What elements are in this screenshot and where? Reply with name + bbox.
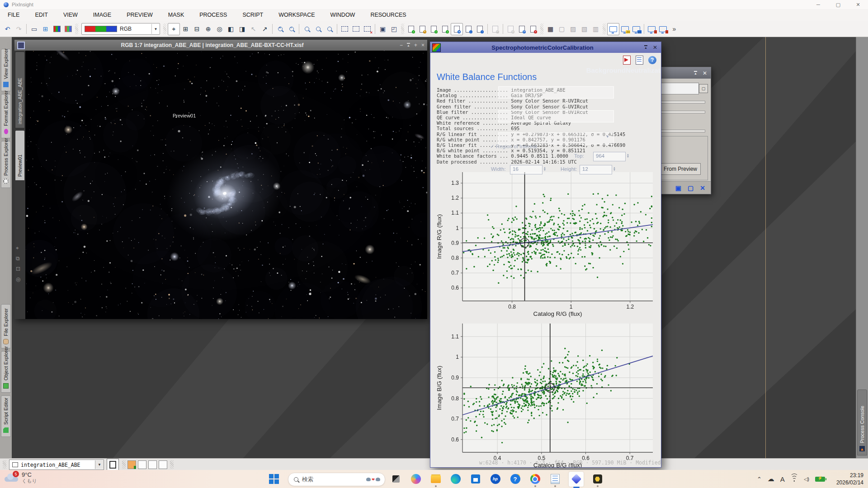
store-icon[interactable] bbox=[469, 473, 481, 485]
window-close-icon[interactable]: ✕ bbox=[848, 0, 868, 9]
clone-image-icon[interactable]: + bbox=[428, 23, 439, 35]
window-maximize-icon[interactable]: ▢ bbox=[828, 0, 848, 9]
window-minimize-icon[interactable]: ─ bbox=[808, 0, 828, 9]
bn-browse-doc-icon[interactable]: ▢ bbox=[688, 184, 693, 192]
image-minimize-icon[interactable]: − bbox=[400, 42, 403, 48]
undo-icon[interactable]: ↶ bbox=[2, 23, 13, 35]
process-abort-icon[interactable]: × bbox=[528, 23, 539, 35]
scc-close-icon[interactable]: ✕ bbox=[653, 44, 657, 51]
bn-shade-icon[interactable]: ▲ bbox=[694, 71, 697, 75]
export-file-icon[interactable]: ↑ bbox=[474, 23, 486, 35]
open-file-icon[interactable]: ● bbox=[451, 23, 463, 35]
bn-new-instance-icon[interactable]: ▣ bbox=[675, 184, 681, 192]
screen-24bit-icon[interactable]: 24 bbox=[619, 23, 631, 35]
screen-stf-icon[interactable] bbox=[607, 23, 619, 35]
image-zoom-icon[interactable]: + bbox=[414, 42, 417, 48]
process-settings-icon[interactable]: ⚙ bbox=[505, 23, 516, 35]
view-selector[interactable]: integration_ABE_ABE ▼ bbox=[9, 460, 104, 470]
readout-left-icon[interactable]: ◧ bbox=[225, 23, 236, 35]
readout-mode-icon[interactable]: ⌖ bbox=[16, 245, 20, 251]
menu-item-workspace[interactable]: WORKSPACE bbox=[271, 9, 322, 21]
sidebar-item-script-editor[interactable]: Script Editor bbox=[1, 395, 11, 437]
rgb-channels-icon[interactable] bbox=[51, 23, 62, 35]
notes-icon[interactable] bbox=[549, 473, 561, 485]
menu-item-image[interactable]: IMAGE bbox=[85, 9, 119, 21]
zoom-in-icon[interactable]: + bbox=[274, 23, 286, 35]
scc-shade-icon[interactable]: ▲ bbox=[644, 45, 647, 50]
extract-channels-icon[interactable] bbox=[62, 23, 74, 35]
import-file-icon[interactable]: ↓ bbox=[463, 23, 474, 35]
save-as-icon[interactable]: + bbox=[439, 23, 451, 35]
undo-process-icon[interactable]: ↶ bbox=[490, 23, 501, 35]
onedrive-icon[interactable]: ☁ bbox=[768, 475, 774, 483]
mask-disabled-icon[interactable]: ▢ bbox=[556, 23, 567, 35]
hp-icon[interactable]: hp bbox=[489, 473, 501, 485]
readout-right-icon[interactable]: ◨ bbox=[236, 23, 248, 35]
help-icon[interactable]: ? bbox=[648, 56, 656, 64]
workspace-button-1[interactable] bbox=[127, 460, 136, 469]
image-tab-integration-abe-abe[interactable]: integration_ABE_ABE bbox=[15, 52, 25, 128]
battery-icon[interactable]: ⚡ bbox=[815, 477, 825, 482]
rgb-channel-selector[interactable]: RGB▼ bbox=[81, 23, 160, 35]
view-selector-dropdown-icon[interactable]: ▼ bbox=[95, 460, 104, 469]
image-tab-preview01[interactable]: Preview01 bbox=[15, 130, 25, 181]
pixinsight-icon[interactable] bbox=[569, 472, 584, 487]
target-region-icon[interactable]: ◎ bbox=[16, 276, 20, 282]
mask-enabled-icon[interactable]: ▦ bbox=[545, 23, 556, 35]
start-button[interactable] bbox=[269, 474, 279, 484]
image-view[interactable]: Preview01 bbox=[25, 51, 427, 319]
copy-region-icon[interactable]: ⧉ bbox=[16, 255, 20, 262]
task-view-icon[interactable] bbox=[390, 473, 402, 485]
menu-item-view[interactable]: VIEW bbox=[56, 9, 85, 21]
weather-widget[interactable]: 5 9°C くもり bbox=[5, 471, 37, 484]
menu-item-window[interactable]: WINDOW bbox=[323, 9, 363, 21]
ime-a-icon[interactable]: A bbox=[780, 475, 785, 483]
tray-chevron-icon[interactable]: ⌃ bbox=[757, 476, 762, 483]
pointer-icon[interactable]: ↖ bbox=[248, 23, 259, 35]
select-pointer-icon[interactable]: ↗ bbox=[259, 23, 270, 35]
help-icon[interactable]: ? bbox=[509, 473, 521, 485]
menu-item-preview[interactable]: PREVIEW bbox=[119, 9, 160, 21]
workspace-button-4[interactable] bbox=[159, 460, 167, 469]
center-image-icon[interactable]: ⊕ bbox=[203, 23, 214, 35]
sidebar-item-file-explorer[interactable]: File Explorer bbox=[1, 304, 11, 348]
screen-reset-icon[interactable]: × bbox=[646, 23, 657, 35]
hexagon-icon[interactable] bbox=[591, 473, 604, 485]
redo-icon[interactable]: ↷ bbox=[13, 23, 24, 35]
from-preview-button[interactable]: From Preview bbox=[660, 163, 701, 175]
edge-icon[interactable] bbox=[449, 473, 462, 485]
menu-item-script[interactable]: SCRIPT bbox=[235, 9, 271, 21]
file-explorer-icon[interactable] bbox=[429, 473, 442, 485]
bn-reset-icon[interactable]: ✕ bbox=[700, 184, 705, 192]
workspace-button-3[interactable] bbox=[148, 460, 157, 469]
fit-window-icon[interactable]: ◰ bbox=[388, 23, 400, 35]
sidebar-item-object-explorer[interactable]: Object Explorer bbox=[1, 351, 11, 393]
sidebar-item-view-explorer[interactable]: View Explorer bbox=[1, 49, 11, 91]
process-reload-icon[interactable]: ⟳ bbox=[516, 23, 528, 35]
menu-item-edit[interactable]: EDIT bbox=[27, 9, 55, 21]
zoom-1to1-icon[interactable] bbox=[301, 23, 312, 35]
screen-apply-icon[interactable]: ↔ bbox=[631, 23, 642, 35]
copilot-icon[interactable] bbox=[410, 473, 422, 485]
dynamic-mode-icon[interactable]: ◎ bbox=[214, 23, 225, 35]
scc-titlebar[interactable]: SpectrophotometricColorCalibration ▲ ✕ bbox=[430, 42, 661, 53]
image-shade-icon[interactable]: ▲ bbox=[407, 43, 410, 47]
delete-preview-icon[interactable]: × bbox=[362, 23, 373, 35]
zoom-optimal-icon[interactable] bbox=[324, 23, 335, 35]
screen-delete-icon[interactable]: × bbox=[657, 23, 669, 35]
view-report-icon[interactable] bbox=[636, 56, 643, 65]
duplicate-view-icon[interactable]: ⊞ bbox=[40, 23, 51, 35]
edit-image-icon[interactable]: ✎ bbox=[417, 23, 428, 35]
search-box[interactable]: 検索 ❤ bbox=[288, 473, 385, 486]
zoom-out-icon[interactable]: − bbox=[286, 23, 297, 35]
menu-item-resources[interactable]: RESOURCES bbox=[363, 9, 414, 21]
statusbar-grip[interactable] bbox=[122, 460, 126, 469]
new-image-icon[interactable]: + bbox=[406, 23, 417, 35]
mask-show-icon[interactable]: ▧ bbox=[579, 23, 590, 35]
mask-invert-icon[interactable]: ▨ bbox=[567, 23, 579, 35]
maximize-view-icon[interactable]: ▣ bbox=[377, 23, 388, 35]
pan-mode-icon[interactable]: ⌖ bbox=[168, 23, 180, 35]
frame-region-icon[interactable]: ⊡ bbox=[16, 266, 20, 272]
fit-zoom-icon[interactable]: ⊟ bbox=[191, 23, 203, 35]
volume-icon[interactable]: ◁) bbox=[804, 476, 809, 482]
